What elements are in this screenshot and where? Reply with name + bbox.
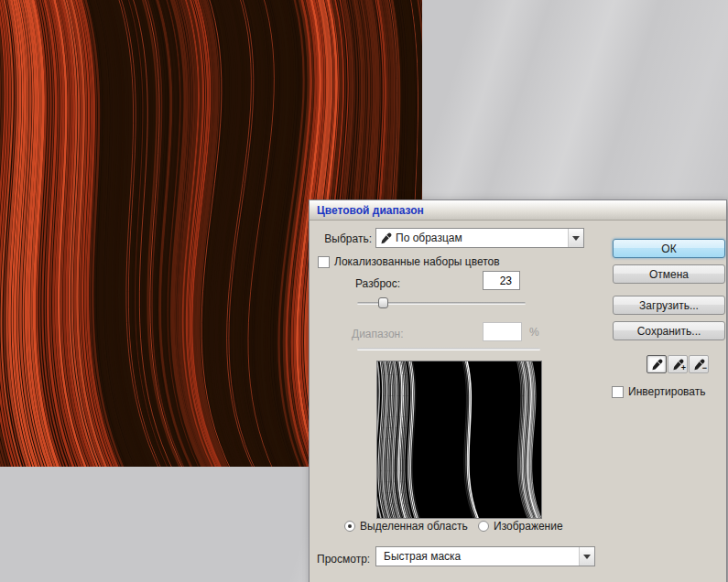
radio-selected-area-label: Выделенная область — [360, 520, 468, 533]
plus-sign: + — [681, 364, 686, 372]
select-label: Выбрать: — [317, 232, 372, 245]
range-slider — [357, 341, 540, 356]
chevron-down-icon[interactable] — [568, 229, 583, 247]
color-range-dialog: Цветовой диапазон Выбрать: По образцам Л… — [309, 199, 727, 582]
mask-preview-image — [377, 361, 541, 518]
radio-selected-area[interactable]: Выделенная область — [344, 520, 468, 533]
chevron-down-icon[interactable] — [579, 547, 594, 566]
select-combobox[interactable]: По образцам — [375, 228, 584, 248]
localized-colors-label: Локализованные наборы цветов — [334, 255, 500, 268]
preview-mode-value: Быстрая маска — [380, 550, 579, 563]
preview-mode-combobox[interactable]: Быстрая маска — [375, 546, 595, 566]
checkbox-box[interactable] — [318, 256, 330, 268]
cancel-button[interactable]: Отмена — [613, 264, 725, 284]
fuzziness-label: Разброс: — [355, 277, 400, 290]
invert-checkbox[interactable]: Инвертировать — [612, 385, 706, 398]
ok-button[interactable]: ОК — [613, 239, 725, 258]
radio-image-label: Изображение — [494, 520, 563, 533]
range-unit-label: % — [529, 326, 539, 339]
range-input — [483, 322, 522, 341]
radio-dot[interactable] — [478, 521, 489, 532]
eyedropper-button[interactable] — [647, 355, 667, 373]
eyedropper-toolbar: + − — [647, 355, 709, 373]
localized-colors-checkbox[interactable]: Локализованные наборы цветов — [318, 255, 500, 268]
mask-preview — [376, 361, 542, 519]
eyedropper-icon — [380, 232, 392, 244]
dialog-titlebar[interactable]: Цветовой диапазон — [310, 200, 726, 221]
save-button[interactable]: Сохранить... — [613, 321, 725, 340]
invert-label: Инвертировать — [628, 385, 706, 398]
select-value: По образцам — [392, 232, 568, 244]
fuzziness-slider[interactable] — [357, 296, 526, 310]
eyedropper-plus-button[interactable]: + — [668, 355, 688, 373]
radio-image[interactable]: Изображение — [478, 520, 563, 533]
range-label: Диапазон: — [352, 328, 404, 340]
fuzziness-input[interactable] — [483, 271, 520, 290]
minus-sign: − — [702, 364, 707, 372]
photoshop-workspace: Цветовой диапазон Выбрать: По образцам Л… — [0, 0, 728, 582]
load-button[interactable]: Загрузить... — [613, 296, 725, 315]
preview-mode-label: Просмотр: — [317, 553, 370, 566]
eyedropper-minus-button[interactable]: − — [689, 355, 709, 373]
checkbox-box[interactable] — [612, 386, 624, 398]
fuzziness-slider-thumb[interactable] — [378, 297, 388, 308]
eyedropper-icon — [651, 359, 663, 371]
radio-dot[interactable] — [344, 521, 355, 532]
dialog-title: Цветовой диапазон — [317, 204, 424, 217]
slider-groove — [357, 348, 540, 350]
